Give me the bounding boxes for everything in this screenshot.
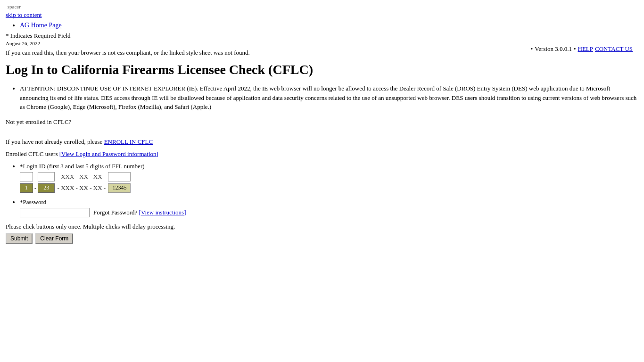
ffl-static-label: - XXX - XX - XX - — [56, 173, 107, 181]
enroll-cflc-link[interactable]: ENROLL IN CFLC — [104, 138, 153, 145]
ag-home-link[interactable]: AG Home Page — [20, 22, 62, 29]
enrolled-prefix: Enrolled CFLC users — [6, 150, 59, 157]
enroll-prefix: If you have not already enrolled, please — [6, 138, 104, 145]
enroll-line: If you have not already enrolled, please… — [6, 138, 638, 146]
login-id-field-item: *Login ID (first 3 and last 5 digits of … — [20, 163, 638, 193]
click-notice: Please click buttons only once. Multiple… — [6, 223, 638, 230]
ffl-last5-input[interactable] — [108, 172, 131, 181]
version-bullet2: • — [574, 45, 576, 53]
version-text: Version 3.0.0.1 — [535, 45, 572, 53]
header-top: spacer skip to content AG Home Page • Ve… — [6, 4, 638, 57]
view-login-info-link[interactable]: [View Login and Password information] — [59, 150, 158, 157]
not-enrolled-text: Not yet enrolled in CFLC? — [6, 118, 638, 126]
top-nav: AG Home Page — [6, 22, 638, 29]
login-form-list: *Login ID (first 3 and last 5 digits of … — [6, 163, 638, 217]
password-field-item: *Password Forgot Password? [View instruc… — [20, 198, 638, 217]
version-bar: • Version 3.0.0.1 • HELPCONTACT US — [531, 45, 633, 53]
ffl-part2-input[interactable] — [38, 172, 55, 181]
enrolled-line: Enrolled CFLC users [View Login and Pass… — [6, 150, 638, 158]
password-label: *Password — [20, 198, 638, 206]
view-instructions-link[interactable]: [View instructions] — [139, 209, 186, 216]
attention-item: ATTENTION: DISCONTINUE USE OF INTERNET E… — [20, 84, 638, 112]
spacer-image: spacer — [6, 4, 638, 9]
help-link[interactable]: HELP — [578, 45, 594, 53]
forgot-password-text: Forgot Password? [View instructions] — [93, 209, 186, 216]
ffl-dash1: - — [34, 173, 37, 181]
spacer-img — [6, 8, 6, 8]
page-title: Log In to California Firearms Licensee C… — [6, 62, 638, 77]
nav-item-ag-home[interactable]: AG Home Page — [20, 22, 638, 29]
attention-list: ATTENTION: DISCONTINUE USE OF INTERNET E… — [6, 84, 638, 112]
password-row: Forgot Password? [View instructions] — [20, 208, 638, 217]
version-bullet: • — [531, 45, 533, 53]
ffl-input-row: - - XXX - XX - XX - — [20, 172, 638, 181]
required-notice: * Indicates Required Field — [6, 32, 638, 40]
ffl-part1-input[interactable] — [20, 172, 33, 181]
password-input[interactable] — [20, 208, 90, 217]
skip-to-content-link[interactable]: skip to content — [6, 11, 638, 19]
main-content: Log In to California Firearms Licensee C… — [6, 62, 638, 244]
ffl-hint-row: 1 - 23 - XXX - XX - XX - 12345 — [20, 183, 638, 193]
ffl-hint-static: - XXX - XX - XX - — [56, 184, 107, 192]
clear-form-button[interactable]: Clear Form — [35, 233, 73, 244]
ffl-hint-digit2: 23 — [38, 183, 55, 193]
contact-us-link[interactable]: CONTACT US — [595, 45, 633, 53]
submit-button[interactable]: Submit — [6, 233, 33, 244]
ffl-hint-dash: - — [34, 184, 37, 192]
login-id-label: *Login ID (first 3 and last 5 digits of … — [20, 163, 638, 170]
ffl-hint-digit1: 1 — [20, 183, 33, 193]
form-buttons: Submit Clear Form — [6, 233, 638, 244]
ffl-hint-last5: 12345 — [108, 183, 131, 193]
